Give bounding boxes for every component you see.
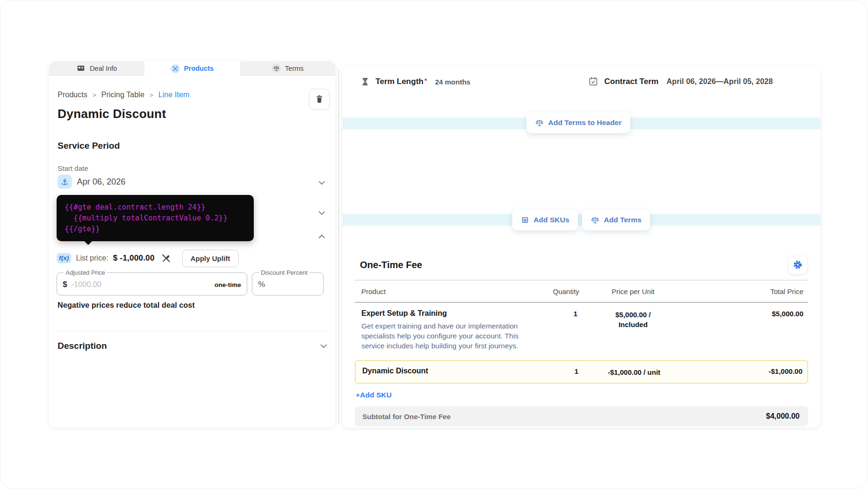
price-per-unit-line1: $5,000.00 / (581, 310, 685, 320)
list-price-value: $ -1,000.00 (113, 253, 154, 263)
add-skus-label: Add SKUs (534, 216, 569, 224)
adjusted-price-fieldset: Adjusted Price $ one-time (57, 269, 247, 295)
fee-table-header: Product Quantity Price per Unit Total Pr… (355, 280, 808, 303)
product-description: Get expert training and have our impleme… (355, 321, 543, 351)
price-per-unit-line2: Included (581, 320, 685, 329)
subtotal-bar: Subtotal for One-Time Fee $4,000.00 (355, 406, 808, 426)
formula-line: {{multiply totalContractValue 0.2}} (65, 213, 246, 224)
description-section-toggle[interactable]: Description (58, 341, 329, 351)
breadcrumb-separator: > (150, 92, 153, 99)
start-date-label: Start date (58, 164, 88, 172)
service-period-heading: Service Period (58, 141, 120, 151)
start-date-chevron-down-icon[interactable] (317, 177, 327, 188)
subtotal-label: Subtotal for One-Time Fee (362, 413, 451, 421)
formula-line: {{#gte deal.contract.length 24}} (65, 202, 246, 213)
percent-icon: % (258, 280, 265, 289)
price-fields-row: Adjusted Price $ one-time Discount Perce… (57, 269, 324, 295)
term-length-value: 24 months (435, 78, 470, 86)
scales-icon (591, 216, 600, 225)
breadcrumb-pricing-table[interactable]: Pricing Table (101, 91, 144, 99)
scales-icon (535, 118, 544, 127)
formula-line: {{/gte}} (65, 224, 246, 235)
start-date-field[interactable]: ⚓ Apr 06, 2026 (58, 175, 125, 189)
trash-icon (315, 94, 324, 104)
panel-resizer[interactable] (338, 69, 339, 424)
calendar-check-icon (588, 76, 599, 87)
add-terms-to-header-button[interactable]: Add Terms to Header (526, 112, 630, 133)
column-header-price-per-unit: Price per Unit (581, 287, 685, 295)
breadcrumb: Products > Pricing Table > Line Item (58, 91, 189, 99)
product-name: Expert Setup & Training (355, 309, 553, 318)
total-price-cell: -$1,000.00 (686, 367, 807, 375)
add-terms-button[interactable]: Add Terms (582, 210, 650, 230)
subtotal-value: $4,000.00 (766, 412, 801, 421)
quantity-cell: 1 (553, 309, 581, 318)
page-title: Dynamic Discount (58, 107, 166, 121)
hourglass-icon (360, 76, 370, 87)
adjusted-price-legend: Adjusted Price (64, 269, 107, 276)
total-price-cell: $5,000.00 (685, 309, 808, 318)
deal-info-icon (76, 64, 85, 73)
wand-disabled-icon[interactable] (159, 252, 173, 265)
billing-period-label: one-time (215, 281, 241, 288)
tab-label: Deal Info (90, 65, 117, 72)
list-price-label: List price: (76, 254, 108, 262)
product-cell: Expert Setup & Training Get expert train… (355, 309, 553, 351)
editor-tabbar: Deal Info Products Terms (49, 61, 335, 76)
skus-drop-zone (342, 214, 820, 226)
add-terms-to-header-label: Add Terms to Header (548, 118, 622, 127)
column-header-product: Product (355, 287, 553, 295)
add-skus-button[interactable]: Add SKUs (512, 210, 578, 230)
apply-uplift-button[interactable]: Apply Uplift (182, 250, 239, 267)
currency-symbol: $ (63, 280, 67, 289)
contract-term-value: April 06, 2026—April 05, 2028 (667, 77, 773, 86)
contract-term-field: Contract Term April 06, 2026—April 05, 2… (588, 76, 773, 87)
column-header-quantity: Quantity (553, 287, 581, 295)
required-marker: * (425, 77, 427, 84)
contract-term-label: Contract Term (604, 77, 659, 86)
breadcrumb-products[interactable]: Products (58, 91, 87, 99)
add-terms-label: Add Terms (604, 216, 642, 224)
fee-settings-button[interactable] (788, 255, 807, 274)
terms-scales-icon (272, 64, 281, 73)
fee-section-title: One-Time Fee (360, 260, 422, 270)
line-item-editor-panel: Deal Info Products Terms Products > Pric… (49, 61, 335, 428)
start-date-value: Apr 06, 2026 (77, 177, 125, 187)
tab-deal-info[interactable]: Deal Info (49, 61, 144, 76)
negative-price-helper-text: Negative prices reduce total deal cost (58, 301, 195, 310)
pricing-preview-panel: Term Length* 24 months Contract Term Apr… (342, 67, 820, 428)
price-per-unit-cell: -$1,000.00 / unit (582, 367, 686, 377)
tab-label: Terms (285, 65, 303, 72)
breadcrumb-line-item[interactable]: Line Item (159, 91, 190, 99)
quantity-cell: 1 (554, 367, 582, 375)
tab-terms[interactable]: Terms (240, 61, 335, 76)
formula-tooltip: {{#gte deal.contract.length 24}} {{multi… (57, 195, 254, 241)
tab-products[interactable]: Products (144, 61, 240, 76)
column-header-total-price: Total Price (685, 287, 808, 295)
discount-percent-legend: Discount Percent (259, 269, 309, 276)
add-sku-link[interactable]: +Add SKU (355, 391, 392, 399)
term-length-label: Term Length* (376, 77, 427, 86)
app-canvas: Deal Info Products Terms Products > Pric… (0, 0, 868, 489)
fee-section-header: One-Time Fee (360, 255, 807, 274)
table-grid-icon (521, 216, 529, 224)
adjusted-price-input[interactable] (71, 280, 210, 289)
list-price-row: f(x) List price: $ -1,000.00 Apply Uplif… (57, 249, 239, 267)
product-name: Dynamic Discount (356, 367, 554, 375)
anchor-icon: ⚓ (58, 175, 72, 189)
list-price-chevron-up-icon[interactable] (317, 231, 327, 242)
description-chevron-down-icon[interactable] (318, 341, 329, 351)
description-heading: Description (58, 341, 107, 351)
products-barcode-icon (171, 64, 180, 73)
tab-label: Products (184, 65, 214, 72)
collapsed-field-chevron-down-icon[interactable] (317, 208, 327, 218)
table-row-expert-setup[interactable]: Expert Setup & Training Get expert train… (355, 303, 808, 358)
gear-icon (793, 260, 803, 270)
one-time-fee-table: Product Quantity Price per Unit Total Pr… (355, 280, 808, 426)
delete-line-item-button[interactable] (309, 89, 330, 110)
discount-percent-fieldset[interactable]: Discount Percent % (252, 269, 324, 295)
table-row-dynamic-discount-selected[interactable]: Dynamic Discount 1 -$1,000.00 / unit -$1… (355, 360, 808, 384)
formula-fx-icon[interactable]: f(x) (57, 253, 71, 263)
term-length-field: Term Length* 24 months (360, 76, 470, 87)
section-divider (58, 331, 327, 331)
